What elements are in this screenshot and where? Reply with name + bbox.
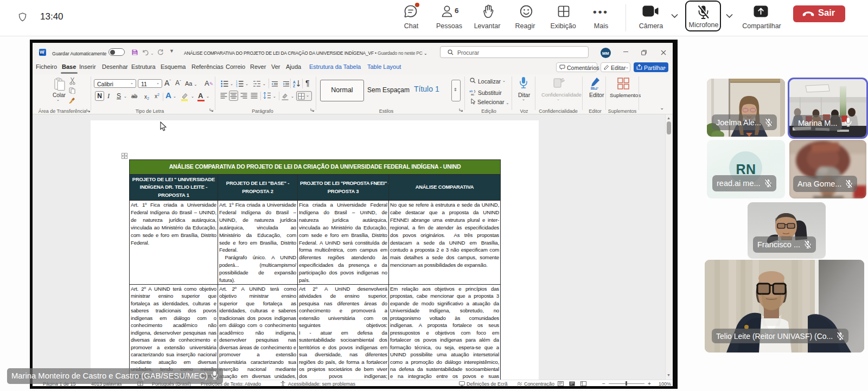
svg-text:Z: Z bbox=[293, 84, 295, 88]
svg-text:3: 3 bbox=[236, 86, 238, 88]
svg-text:A: A bbox=[293, 80, 296, 84]
svg-text:ac: ac bbox=[471, 93, 474, 95]
